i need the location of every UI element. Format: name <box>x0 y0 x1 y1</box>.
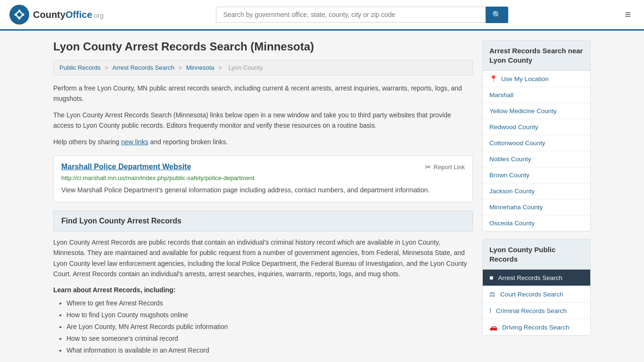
header: CountyOffice.org 🔍 ≡ <box>0 0 644 31</box>
learn-heading: Learn about Arrest Records, including: <box>53 286 473 294</box>
logo-icon <box>9 5 29 25</box>
find-section-header: Find Lyon County Arrest Records <box>53 211 473 231</box>
list-item: Are Lyon County, MN Arrest Records publi… <box>66 321 473 333</box>
arrest-records-icon: ■ <box>489 274 493 281</box>
find-section-body: Lyon County Arrest Records are public re… <box>53 237 473 280</box>
use-location-item[interactable]: 📍 Use My Location <box>483 71 590 87</box>
county-link-redwood[interactable]: Redwood County <box>483 119 590 135</box>
link-card-description: View Marshall Police Department's genera… <box>61 185 465 195</box>
list-item[interactable]: Brown County <box>483 167 590 183</box>
list-item: Where to get free Arrest Records <box>66 297 473 309</box>
list-item[interactable]: Osceola County <box>483 215 590 231</box>
driving-records-link[interactable]: 🚗 Driving Records Search <box>483 319 590 335</box>
svg-point-4 <box>15 14 17 16</box>
breadcrumb-sep-3: > <box>218 64 223 71</box>
list-item[interactable]: Nobles County <box>483 151 590 167</box>
marshall-police-card: Marshall Police Department Website ✂ Rep… <box>53 156 473 202</box>
intro-paragraph-1: Perform a free Lyon County, MN public ar… <box>53 83 473 104</box>
list-item-arrest-records[interactable]: ■ Arrest Records Search <box>483 270 590 286</box>
svg-point-2 <box>18 10 21 12</box>
nearby-section: Arrest Records Search near Lyon County 📍… <box>482 40 591 231</box>
list-item: How to find Lyon County mugshots online <box>66 309 473 321</box>
list-item[interactable]: Cottonwood County <box>483 135 590 151</box>
criminal-records-icon: ! <box>489 307 491 314</box>
public-records-section: Lyon County Public Records ■ Arrest Reco… <box>482 239 591 336</box>
court-records-label: Court Records Search <box>500 291 563 298</box>
svg-point-3 <box>18 17 21 20</box>
breadcrumb-lyon-county: Lyon County <box>228 64 263 71</box>
logo-text: CountyOffice.org <box>33 9 104 20</box>
list-item-criminal-records[interactable]: ! Criminal Records Search <box>483 303 590 319</box>
court-records-link[interactable]: ⚖ Court Records Search <box>483 286 590 302</box>
intro-paragraph-2: The Lyon County Arrest Records Search (M… <box>53 110 473 131</box>
public-records-list: ■ Arrest Records Search ⚖ Court Records … <box>483 270 590 335</box>
intro3-suffix: and reporting broken links. <box>149 138 228 146</box>
breadcrumb-arrest-records[interactable]: Arrest Records Search <box>112 64 174 71</box>
intro-paragraph-3: Help others by sharing new links and rep… <box>53 137 473 147</box>
link-card-header: Marshall Police Department Website ✂ Rep… <box>61 163 465 172</box>
breadcrumb-public-records[interactable]: Public Records <box>59 64 100 71</box>
county-link-osceola[interactable]: Osceola County <box>483 215 590 231</box>
arrest-records-link[interactable]: ■ Arrest Records Search <box>483 270 590 286</box>
hamburger-icon: ≡ <box>625 8 631 20</box>
breadcrumb: Public Records > Arrest Records Search >… <box>53 60 473 75</box>
search-bar-area: 🔍 <box>216 7 508 23</box>
new-links-link[interactable]: new links <box>121 138 149 146</box>
list-item[interactable]: Redwood County <box>483 119 590 135</box>
main-content: Lyon County Arrest Records Search (Minne… <box>53 40 473 356</box>
county-link-minnehaha[interactable]: Minnehaha County <box>483 199 590 215</box>
list-item: How to see someone's criminal record <box>66 333 473 345</box>
criminal-records-label: Criminal Records Search <box>496 307 567 314</box>
county-link-jackson[interactable]: Jackson County <box>483 183 590 199</box>
criminal-records-link[interactable]: ! Criminal Records Search <box>483 303 590 319</box>
use-location-label: Use My Location <box>501 75 549 82</box>
court-records-icon: ⚖ <box>489 290 495 298</box>
report-icon: ✂ <box>425 163 431 172</box>
county-link-marshall[interactable]: Marshall <box>483 87 590 103</box>
county-link-yellow-medicine[interactable]: Yellow Medicine County <box>483 103 590 119</box>
list-item-court-records[interactable]: ⚖ Court Records Search <box>483 286 590 303</box>
public-records-header: Lyon County Public Records <box>483 239 590 270</box>
search-input[interactable] <box>216 7 486 23</box>
breadcrumb-minnesota[interactable]: Minnesota <box>186 64 215 71</box>
learn-bullet-list: Where to get free Arrest Records How to … <box>66 297 473 357</box>
county-link-nobles[interactable]: Nobles County <box>483 151 590 167</box>
nearby-section-header: Arrest Records Search near Lyon County <box>483 41 590 71</box>
list-item-driving-records[interactable]: 🚗 Driving Records Search <box>483 319 590 335</box>
county-link-cottonwood[interactable]: Cottonwood County <box>483 135 590 151</box>
breadcrumb-sep-1: > <box>105 64 110 71</box>
driving-records-icon: 🚗 <box>489 323 497 331</box>
logo-area: CountyOffice.org <box>9 5 104 25</box>
list-item[interactable]: Marshall <box>483 87 590 103</box>
list-item[interactable]: Jackson County <box>483 183 590 199</box>
breadcrumb-sep-2: > <box>178 64 183 71</box>
nearby-counties-list: 📍 Use My Location Marshall Yellow Medici… <box>483 71 590 231</box>
list-item: What information is available in an Arre… <box>66 345 473 356</box>
report-link-button[interactable]: ✂ Report Link <box>425 163 465 172</box>
list-item[interactable]: Yellow Medicine County <box>483 103 590 119</box>
list-item[interactable]: Minnehaha County <box>483 199 590 215</box>
svg-point-5 <box>22 14 25 16</box>
find-section-title: Find Lyon County Arrest Records <box>61 217 465 225</box>
page-title: Lyon County Arrest Records Search (Minne… <box>53 40 473 53</box>
driving-records-label: Driving Records Search <box>502 324 570 331</box>
menu-button[interactable]: ≡ <box>621 7 635 23</box>
search-button[interactable]: 🔍 <box>486 7 508 23</box>
search-icon: 🔍 <box>492 11 502 19</box>
main-container: Lyon County Arrest Records Search (Minne… <box>44 40 600 356</box>
arrest-records-label: Arrest Records Search <box>498 274 562 281</box>
report-link-label: Report Link <box>434 164 465 171</box>
sidebar: Arrest Records Search near Lyon County 📍… <box>482 40 591 356</box>
link-card-url[interactable]: http://ci.marshall.mn.us/main/index.php/… <box>61 174 465 181</box>
marshall-police-title[interactable]: Marshall Police Department Website <box>61 163 191 171</box>
location-icon: 📍 <box>489 75 497 82</box>
intro3-prefix: Help others by sharing <box>53 138 121 146</box>
use-location-link[interactable]: 📍 Use My Location <box>483 71 590 87</box>
county-link-brown[interactable]: Brown County <box>483 167 590 183</box>
